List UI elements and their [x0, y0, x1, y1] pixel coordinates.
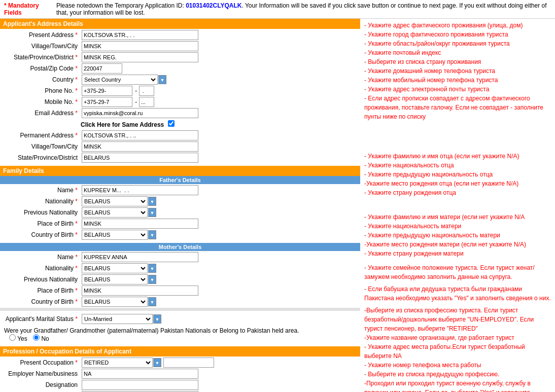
- father-country-label: Country of Birth *: [1, 230, 80, 240]
- perm-village-input[interactable]: [82, 141, 198, 152]
- grandparent-hint: - Если бабушка или дедушка туриста были …: [364, 284, 551, 303]
- addr-hint-4: - Укажите почтовый индекс: [364, 48, 551, 57]
- occupation-extra-input[interactable]: [163, 358, 214, 368]
- mother-nationality-arrow[interactable]: ▼: [148, 264, 156, 273]
- top-bar: * Mandatory Fields Please notedown the T…: [0, 0, 555, 19]
- marital-select[interactable]: Un-Married: [82, 314, 153, 324]
- mother-name-input[interactable]: [82, 252, 198, 262]
- grandparent-question: Were your Grandfather/ Grandmother (pate…: [4, 327, 299, 334]
- mother-nationality-label: Nationality *: [1, 263, 80, 273]
- designation-input[interactable]: [82, 380, 198, 390]
- designation-label: Designation: [1, 380, 80, 390]
- addr-hint-1: - Укажите адрес фактического проживания …: [364, 21, 551, 30]
- app-id: 01031402CLYQALK: [186, 2, 241, 9]
- mother-form: Name * Nationality * BELARUS ▼ Prev: [0, 251, 360, 308]
- father-prev-nat-label: Previous Nationality: [1, 207, 80, 218]
- right-hints-panel: - Укажите адрес фактического проживания …: [360, 19, 555, 392]
- occupation-select[interactable]: RETIRED: [82, 358, 153, 368]
- grandparent-section: Were your Grandfather/ Grandmother (pate…: [0, 325, 360, 344]
- mother-details-header: Mother's Details: [0, 243, 360, 251]
- mother-nationality-select[interactable]: BELARUS: [82, 263, 148, 273]
- mother-birth-input[interactable]: [82, 286, 198, 296]
- same-address-label: Click Here for Same Address: [81, 121, 164, 128]
- present-address-input[interactable]: [82, 30, 198, 40]
- mother-country-arrow[interactable]: ▼: [148, 297, 156, 306]
- country-dropdown-arrow[interactable]: ▼: [158, 75, 166, 84]
- mobile-ext: -: [135, 98, 137, 105]
- grandparent-yes-radio[interactable]: [9, 334, 16, 341]
- father-prev-nat-arrow[interactable]: ▼: [148, 208, 156, 217]
- mother-hint-1: - Укажите фамилию и имя матери (если нет…: [364, 212, 551, 222]
- father-prev-nat-select[interactable]: BELARUS: [82, 207, 148, 218]
- mobile-input[interactable]: [82, 97, 132, 107]
- mother-hints: - Укажите фамилию и имя матери (если нет…: [364, 212, 551, 258]
- father-hint-4: -Укажите место рождения отца (если нет у…: [364, 179, 551, 188]
- prof-hint-6: -Проходил или проходил турист военную сл…: [364, 379, 551, 392]
- postal-label: Postal/Zip Code *: [1, 63, 80, 74]
- applicant-address-header: Applicant's Address Details: [0, 19, 360, 29]
- perm-state-input[interactable]: [82, 153, 198, 163]
- father-form: Name * Nationality * BELARUS ▼ Prev: [0, 184, 360, 241]
- present-address-field: [81, 30, 359, 40]
- father-details-header: Father's Details: [0, 176, 360, 184]
- grandparent-no-label: No: [33, 335, 49, 342]
- father-name-input[interactable]: [82, 185, 198, 195]
- prof-hint-5: - Выберите из списка предыдущую професси…: [364, 370, 551, 379]
- address-hints: - Укажите адрес фактического проживания …: [364, 21, 551, 121]
- prof-hint-4: - Укажите номер телефона места работы: [364, 361, 551, 370]
- perm-state-label: State/Province/District: [1, 153, 80, 163]
- country-label: Country *: [1, 75, 80, 85]
- marital-form: Applicant's Marital Status * Un-Married …: [0, 313, 360, 325]
- mother-prev-nat-select[interactable]: BELARUS: [82, 274, 148, 284]
- mother-prev-nat-arrow[interactable]: ▼: [148, 275, 156, 284]
- email-input[interactable]: [82, 108, 198, 118]
- addr-hint-8: - Укажите адрес электронной почты турист…: [364, 85, 551, 94]
- father-hint-1: - Укажите фамилию и имя отца (если нет у…: [364, 152, 551, 161]
- father-hint-3: - Укажите предыдущую национальность отца: [364, 170, 551, 179]
- prof-hint-2: -Укажите название организации, где работ…: [364, 333, 551, 342]
- mother-name-label: Name *: [1, 252, 80, 262]
- addr-hint-9: - Если адрес прописки совпадает с адресо…: [364, 94, 551, 121]
- grandparent-yes-label: Yes: [9, 335, 29, 342]
- father-nationality-select[interactable]: BELARUS: [82, 196, 148, 206]
- father-nationality-arrow[interactable]: ▼: [148, 197, 156, 206]
- mother-country-select[interactable]: BELARUS: [82, 297, 148, 307]
- present-address-label: Present Address *: [1, 30, 80, 40]
- profession-header: Profession / Occupation Details of Appli…: [0, 346, 360, 357]
- phone-ext-input[interactable]: [139, 86, 154, 96]
- mother-hint-2: - Укажите национальность матери: [364, 222, 551, 231]
- father-country-arrow[interactable]: ▼: [148, 230, 156, 239]
- father-country-select[interactable]: BELARUS: [82, 230, 148, 240]
- marital-arrow[interactable]: ▼: [153, 314, 161, 324]
- permanent-address-input[interactable]: [82, 130, 198, 140]
- mobile-ext-input[interactable]: [139, 97, 154, 107]
- employer-input[interactable]: [82, 369, 198, 379]
- same-address-checkbox[interactable]: [168, 120, 175, 127]
- village-label: Village/Town/City: [1, 41, 80, 51]
- country-select[interactable]: Select Country: [82, 75, 158, 85]
- addr-hint-5: - Выберите из списка страну проживания: [364, 57, 551, 66]
- postal-input[interactable]: [82, 63, 122, 74]
- employer-label: Employer Name/business: [1, 369, 80, 379]
- occupation-arrow[interactable]: ▼: [153, 358, 161, 367]
- mother-hint-3: - Укажите предыдущую национальность мате…: [364, 231, 551, 240]
- state-input[interactable]: [82, 52, 198, 62]
- father-hints: - Укажите фамилию и имя отца (если нет у…: [364, 152, 551, 197]
- addr-hint-6: - Укажите домашний номер телефона турист…: [364, 66, 551, 76]
- father-birth-label: Place of Birth *: [1, 219, 80, 229]
- addr-hint-7: - Укажите мобильный номер телефона турис…: [364, 76, 551, 85]
- father-nationality-label: Nationality *: [1, 196, 80, 206]
- village-input[interactable]: [82, 41, 198, 51]
- marital-hint-text: - Укажите семейное положение туриста. Ес…: [364, 263, 551, 281]
- grandparent-hint-text: - Если бабушка или дедушка туриста были …: [364, 284, 551, 303]
- father-name-label: Name *: [1, 185, 80, 195]
- notice-text: Please notedown the Temporary Applicatio…: [56, 2, 551, 16]
- grandparent-no-radio[interactable]: [33, 334, 40, 341]
- mobile-label: Mobile No. *: [1, 97, 80, 107]
- father-birth-input[interactable]: [82, 219, 198, 229]
- phone-input[interactable]: [82, 86, 132, 96]
- family-details-header: Family Details: [0, 166, 360, 176]
- profession-hints: -Выберите из списка профессию туриста. Е…: [364, 306, 551, 392]
- prof-hint-1: -Выберите из списка профессию туриста. Е…: [364, 306, 551, 333]
- mother-birth-label: Place of Birth *: [1, 286, 80, 296]
